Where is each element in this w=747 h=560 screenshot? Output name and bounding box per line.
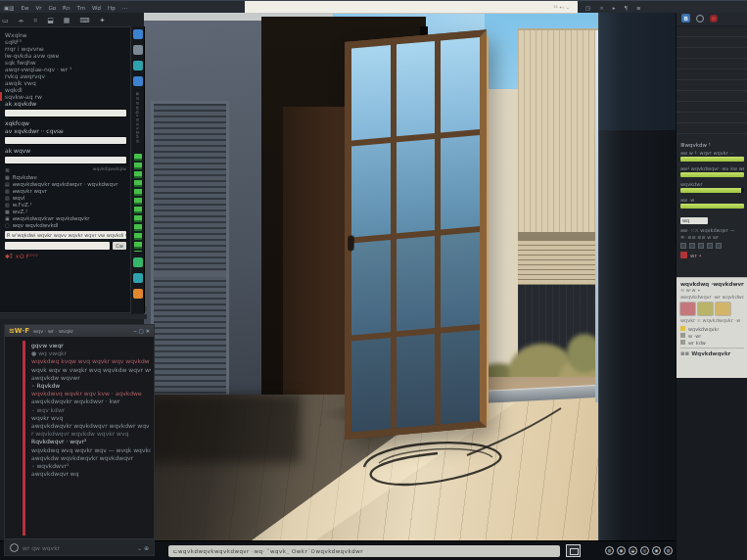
window-controls[interactable]: ‒ ▢ ✕ — [133, 328, 150, 334]
building-slats — [518, 240, 600, 285]
toolbar-icon[interactable]: ▦ — [64, 17, 70, 24]
panel-row[interactable]: ± wqvkdwr ∙ — [677, 80, 747, 91]
panel-form: wq aw· ⁙≍ wqvkdwqvr —≡· ≋≋ ≋≋ w wr wr ∙ — [677, 217, 747, 258]
circle-icon[interactable] — [696, 15, 704, 23]
viewport-window-titlebar[interactable]: ¹¹ ∙‹ ⌄ — [245, 1, 578, 14]
b-app-icon[interactable]: B — [681, 14, 690, 23]
taskbar-search-bar[interactable]: ⊏wqvkdwqvkwqvkdwqvr ·wq· ¨wqvk¸ Owkr˙Owq… — [168, 545, 560, 557]
panel-row[interactable]: wkw — [677, 102, 747, 113]
danger-row[interactable]: wr ∙ — [680, 252, 744, 258]
text-field[interactable] — [5, 137, 126, 144]
thumbnail-row — [680, 303, 744, 315]
menu-item[interactable]: Rn — [63, 5, 70, 11]
panel-row[interactable]: awqv kdwqvkr wqvkdwr · Rw kdwqvr — [677, 70, 747, 80]
chat-titlebar[interactable]: ≋W·F wqv · wr · wvqkr ‒ ▢ ✕ — [5, 325, 154, 337]
menu-item[interactable]: ◳ — [585, 5, 590, 11]
panel-row[interactable]: w·wvq — [677, 37, 747, 48]
progress-track — [680, 172, 744, 177]
menu-item[interactable]: Ew — [21, 5, 28, 11]
panel-row[interactable]: ≡ wqkdr — [677, 48, 747, 59]
toolbar-icon[interactable]: ⬓ — [47, 17, 54, 24]
record-icon[interactable] — [710, 15, 718, 23]
toolbar-icon[interactable]: ✦ — [100, 17, 106, 24]
tray-circle-icon[interactable]: ◒ — [629, 546, 637, 555]
tool-chip-icon[interactable] — [133, 257, 143, 267]
render-viewport[interactable] — [144, 13, 676, 541]
chat-title: wqv · wr · wvqkr — [33, 328, 129, 334]
subpanel-list-item[interactable]: wr kdw — [680, 339, 744, 346]
attach-icon[interactable] — [10, 543, 19, 552]
list-item[interactable]: ▤ awqvkdwqvkr wqvkdwqvr · wqvkdwqvr — [5, 180, 126, 187]
menu-item[interactable]: Wd — [92, 5, 101, 11]
toolbar-icon[interactable]: ⌨ — [79, 17, 89, 24]
tiny-toggle[interactable] — [689, 243, 695, 249]
toolbar-icon[interactable]: ⌯ — [19, 17, 24, 24]
subpanel-list: wqvkdwqvkr w ·wr wr kdw — [680, 325, 744, 346]
tray-circle-icon[interactable]: ◉ — [617, 546, 626, 555]
list-item[interactable]: ▥ awqvkr wqvr — [5, 187, 126, 194]
tiny-toggle[interactable] — [698, 243, 704, 249]
list-item[interactable]: ▧ wqvl — [5, 194, 126, 201]
menu-item[interactable]: ≡ — [636, 5, 641, 11]
chat-window: ≋W·F wqv · wr · wvqkr ‒ ▢ ✕ gqvw vwqr● w… — [4, 324, 155, 556]
tray-circle-icon[interactable]: ◎ — [640, 546, 649, 555]
subpanel-list-item[interactable]: w ·wr — [680, 332, 744, 339]
text-field[interactable] — [5, 157, 126, 163]
tray-circle-icon[interactable]: ◉ — [652, 546, 661, 555]
toolbar-icon[interactable]: ▭ — [2, 17, 9, 24]
red-scroll-line[interactable] — [23, 341, 25, 536]
list-item[interactable]: ▣ awqvkdwqvkwr wqvkdwqvkr — [5, 214, 126, 221]
command-input[interactable] — [5, 242, 110, 250]
panel-row[interactable]: w·w achw — [677, 123, 747, 134]
tiny-toggle[interactable] — [707, 243, 713, 249]
menu-item[interactable]: ⋯ — [122, 5, 128, 11]
tool-chip-icon[interactable] — [133, 29, 143, 39]
tiny-toggle[interactable] — [716, 243, 722, 249]
green-minimap[interactable] — [134, 154, 142, 252]
menu-item[interactable]: Tm — [76, 5, 85, 11]
tool-chip-icon[interactable] — [133, 76, 143, 86]
tool-chip-icon[interactable] — [133, 273, 143, 283]
menu-item[interactable]: ▸ — [613, 5, 616, 11]
menu-item[interactable]: Go — [48, 5, 56, 11]
panel-row[interactable]: awqvkdwqvkr wqvr · wv · w — wqvkr — [677, 59, 747, 70]
tiny-toggle[interactable] — [680, 243, 686, 249]
ok-button[interactable]: Cw — [113, 242, 126, 250]
console-line: awqik vwq — [5, 79, 126, 86]
tool-chip-icon[interactable] — [133, 289, 143, 299]
progress-label: aw¹ wqvkdwqvr ·wv kw wr· — [680, 165, 744, 171]
list-item[interactable]: ▨ w.FvZ.¹ — [5, 201, 126, 208]
list-item[interactable]: ▩ wvZ.¹ — [5, 208, 126, 214]
panel-row[interactable]: wqvkw — [677, 113, 747, 123]
menu-item[interactable]: Vr — [35, 5, 41, 11]
door-pane — [441, 329, 480, 424]
menu-item[interactable]: ≍ — [599, 5, 604, 11]
danger-label: wr ∙ — [690, 253, 702, 258]
image-thumbnail[interactable] — [716, 303, 730, 315]
chat-input-icons[interactable]: ⌄ ⊕ — [137, 544, 149, 551]
list-item[interactable]: ▢ wqv wqvkdwvkdl — [5, 221, 126, 228]
menu-item[interactable]: Hp — [108, 5, 116, 11]
panel-toolbar: B — [677, 11, 747, 26]
panel-row[interactable]: ≋ wqvr — [677, 26, 747, 37]
subpanel-list-item[interactable]: wqvkdwqvkr — [680, 325, 744, 332]
toolbar-icon[interactable]: ⌗ — [33, 17, 37, 24]
file-icon: ▨ — [5, 202, 10, 208]
tray-circle-icon[interactable]: ◍ — [605, 546, 614, 555]
chat-input[interactable]: wr qw wqvkr — [23, 544, 133, 551]
image-thumbnail[interactable] — [680, 303, 695, 315]
text-field[interactable] — [5, 110, 126, 117]
list-item[interactable]: ▦ Rqvkdwe — [5, 173, 126, 180]
console-line: sqvkw-aq rw — [5, 93, 126, 100]
chat-line: awqvkdw wqvkdwqvkr wqvkdwqvr — [31, 454, 151, 462]
menu-item[interactable]: ▣▥ — [4, 5, 14, 11]
file-icon: ▦ — [5, 174, 10, 180]
window-restore-icon[interactable] — [566, 544, 581, 557]
small-field[interactable]: wq — [680, 217, 708, 224]
tool-chip-icon[interactable] — [133, 61, 143, 70]
image-thumbnail[interactable] — [698, 303, 713, 315]
panel-row[interactable]: ≋w — [677, 91, 747, 102]
tool-chip-icon[interactable] — [133, 45, 143, 55]
tray-circle-icon[interactable]: ◍ — [664, 546, 673, 555]
menu-item[interactable]: ¶ — [625, 5, 629, 11]
